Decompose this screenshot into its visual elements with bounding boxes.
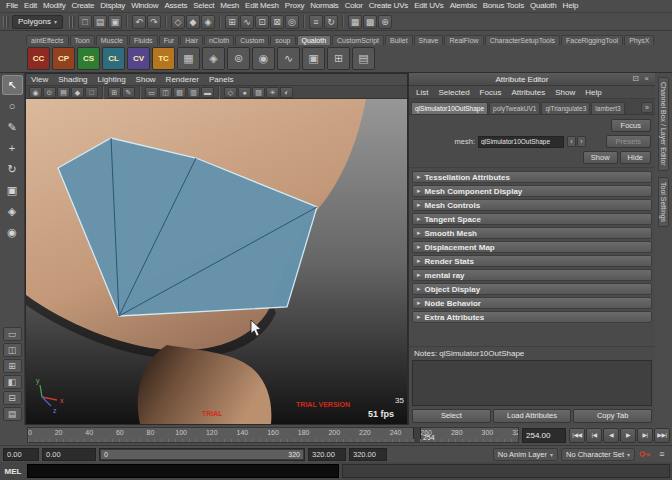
- ql-create-cloth-icon[interactable]: CC: [27, 47, 50, 70]
- drag-handle[interactable]: [69, 16, 75, 28]
- menu-edit[interactable]: Edit: [21, 0, 40, 12]
- focus-button[interactable]: Focus: [611, 119, 651, 132]
- animation-start-field[interactable]: [3, 448, 39, 461]
- select-tool-icon[interactable]: ↖: [2, 75, 23, 95]
- panel-menu-show[interactable]: Show: [131, 75, 161, 84]
- layout-two-pane-icon[interactable]: ◫: [3, 343, 22, 357]
- ipr-render-icon[interactable]: ▩: [363, 15, 377, 29]
- step-back-button[interactable]: |◀: [586, 428, 602, 443]
- load-attributes-button[interactable]: Load Attributes: [493, 409, 572, 423]
- shelf-tool-icon-6[interactable]: ▣: [302, 47, 325, 70]
- section-render-stats[interactable]: ▸Render Stats: [412, 255, 652, 267]
- menu-bonus-tools[interactable]: Bonus Tools: [480, 0, 527, 12]
- drag-handle[interactable]: [3, 16, 9, 28]
- select-component-icon[interactable]: ◈: [201, 15, 215, 29]
- command-language-toggle[interactable]: MEL: [2, 467, 24, 476]
- menu-edit-mesh[interactable]: Edit Mesh: [242, 0, 282, 12]
- sidebar-tab-channel-box-layer-editor[interactable]: Channel Box / Layer Editor: [658, 77, 669, 171]
- shelf-tab-shave[interactable]: Shave: [414, 35, 444, 45]
- viewport-canvas[interactable]: x y z 35 51 fps TRIAL TRIAL VERSION: [26, 99, 407, 424]
- lights-icon[interactable]: ☀: [266, 87, 279, 98]
- menu-proxy[interactable]: Proxy: [282, 0, 307, 12]
- shelf-tab-toon[interactable]: Toon: [70, 35, 95, 45]
- menu-select[interactable]: Select: [190, 0, 217, 12]
- menu-edit-uvs[interactable]: Edit UVs: [411, 0, 447, 12]
- soft-mod-tool-icon[interactable]: ◉: [2, 222, 23, 242]
- gate-mask-icon[interactable]: ▧: [173, 87, 186, 98]
- current-time-field[interactable]: [522, 428, 566, 443]
- select-hierarchy-icon[interactable]: ◇: [171, 15, 185, 29]
- section-displacement-map[interactable]: ▸Displacement Map: [412, 241, 652, 253]
- playback-start-field[interactable]: [42, 448, 96, 461]
- section-smooth-mesh[interactable]: ▸Smooth Mesh: [412, 227, 652, 239]
- resolution-gate-icon[interactable]: ◫: [159, 87, 172, 98]
- notes-textarea[interactable]: [412, 360, 652, 406]
- menu-file[interactable]: File: [3, 0, 21, 12]
- ql-create-seam-icon[interactable]: CS: [77, 47, 100, 70]
- ae-tab-lambert3[interactable]: lambert3: [591, 102, 624, 114]
- step-forward-button[interactable]: ▶|: [637, 428, 653, 443]
- ae-menu-attributes[interactable]: Attributes: [506, 88, 550, 97]
- section-mesh-component-display[interactable]: ▸Mesh Component Display: [412, 185, 652, 197]
- file-save-icon[interactable]: ▣: [108, 15, 122, 29]
- layout-uv-editor-icon[interactable]: ▤: [3, 407, 22, 421]
- panel-menu-shading[interactable]: Shading: [53, 75, 92, 84]
- camera-attributes-icon[interactable]: ▤: [57, 87, 70, 98]
- select-button[interactable]: Select: [412, 409, 491, 423]
- ae-menu-focus[interactable]: Focus: [475, 88, 507, 97]
- layout-outliner-icon[interactable]: ◧: [3, 375, 22, 389]
- snap-curve-icon[interactable]: ∿: [240, 15, 254, 29]
- move-tool-icon[interactable]: +: [2, 138, 23, 158]
- menu-assets[interactable]: Assets: [161, 0, 190, 12]
- render-settings-icon[interactable]: ⊛: [378, 15, 392, 29]
- menu-create-uvs[interactable]: Create UVs: [366, 0, 411, 12]
- mesh-name-field[interactable]: [478, 136, 564, 148]
- ae-menu-show[interactable]: Show: [550, 88, 580, 97]
- snap-plane-icon[interactable]: ⊠: [270, 15, 284, 29]
- ql-create-vertex-icon[interactable]: CV: [127, 47, 150, 70]
- shelf-tab-hair[interactable]: Hair: [180, 35, 203, 45]
- shelf-tool-icon-2[interactable]: ◈: [202, 47, 225, 70]
- select-object-icon[interactable]: ◆: [186, 15, 200, 29]
- ae-tab-qlsimulator10outshape[interactable]: qlSimulator10OutShape: [411, 102, 488, 114]
- copy-tab-button[interactable]: Copy Tab: [573, 409, 652, 423]
- input-connections-icon[interactable]: ≡: [309, 15, 323, 29]
- file-new-icon[interactable]: □: [78, 15, 92, 29]
- shelf-tab-custom[interactable]: Custom: [235, 35, 269, 45]
- panel-menu-lighting[interactable]: Lighting: [93, 75, 131, 84]
- shelf-tab-faceriggingtool[interactable]: FaceRiggingTool: [561, 35, 623, 45]
- panel-menu-panels[interactable]: Panels: [204, 75, 238, 84]
- file-open-icon[interactable]: ▤: [93, 15, 107, 29]
- ql-transfer-cloth-icon[interactable]: TC: [152, 47, 175, 70]
- menu-qualoth[interactable]: Qualoth: [527, 0, 560, 12]
- panel-menu-view[interactable]: View: [26, 75, 53, 84]
- menu-mesh[interactable]: Mesh: [217, 0, 242, 12]
- menu-window[interactable]: Window: [128, 0, 161, 12]
- shelf-tab-charactersetuptools[interactable]: CharacterSetupTools: [485, 35, 560, 45]
- shelf-tool-icon-3[interactable]: ⊚: [227, 47, 250, 70]
- make-live-icon[interactable]: ◎: [285, 15, 299, 29]
- undo-icon[interactable]: ↶: [132, 15, 146, 29]
- universal-manipulator-icon[interactable]: ◈: [2, 201, 23, 221]
- timeline-ruler[interactable]: 0204060801001201401601802002202402602803…: [27, 427, 519, 443]
- playback-end-field[interactable]: [308, 448, 346, 461]
- textured-icon[interactable]: ▨: [252, 87, 265, 98]
- character-set-select[interactable]: No Character Set ▾: [561, 448, 635, 461]
- grease-pencil-icon[interactable]: ✎: [122, 87, 135, 98]
- layout-four-pane-icon[interactable]: ⊞: [3, 359, 22, 373]
- attribute-editor-titlebar[interactable]: Attribute Editor ⊡×: [409, 73, 655, 86]
- sidebar-tab-tool-settings[interactable]: Tool Settings: [658, 177, 669, 227]
- auto-keyframe-icon[interactable]: [638, 447, 652, 461]
- animation-end-field[interactable]: [349, 448, 387, 461]
- input-connection-icon[interactable]: ‹: [567, 136, 576, 147]
- shelf-tab-realflow[interactable]: RealFlow: [444, 35, 483, 45]
- play-backwards-button[interactable]: ◀: [603, 428, 619, 443]
- shelf-tab-customscript[interactable]: CustomScript: [332, 35, 384, 45]
- shadows-icon[interactable]: ◐: [280, 87, 293, 98]
- section-mental-ray[interactable]: ▸mental ray: [412, 269, 652, 281]
- ae-tab-qltriangulate3[interactable]: qlTriangulate3: [541, 102, 590, 114]
- go-to-end-button[interactable]: ▶▶|: [654, 428, 670, 443]
- section-tangent-space[interactable]: ▸Tangent Space: [412, 213, 652, 225]
- tab-overflow-button[interactable]: »: [641, 102, 653, 113]
- section-mesh-controls[interactable]: ▸Mesh Controls: [412, 199, 652, 211]
